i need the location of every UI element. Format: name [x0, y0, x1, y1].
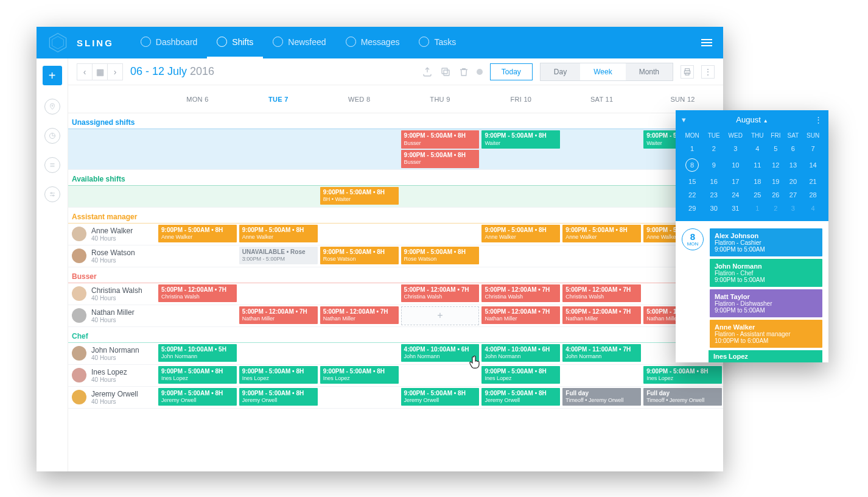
more-options-icon[interactable]: ⋮ [701, 65, 715, 79]
shift-card[interactable]: 9:00PM - 5:00AM • 8HRose Watson [320, 247, 399, 265]
day-cell[interactable] [319, 224, 400, 245]
day-cell[interactable]: 9:00PM - 5:00AM • 8HRose Watson [319, 245, 400, 267]
shift-card[interactable]: 9:00PM - 5:00AM • 8HBusser [401, 130, 480, 149]
shift-card[interactable]: 5:00PM - 12:00AM • 7HChristina Walsh [562, 284, 641, 303]
day-cell[interactable] [400, 365, 481, 386]
calendar-day[interactable]: 3 [724, 142, 747, 155]
calendar-day[interactable]: 13 [784, 155, 803, 175]
filter-settings-icon[interactable] [44, 186, 60, 202]
calendar-day[interactable]: 2 [704, 142, 724, 155]
day-header-cell[interactable]: SUN 12 [642, 85, 723, 113]
copy-icon[interactable] [440, 66, 451, 77]
day-cell[interactable]: 9:00PM - 5:00AM • 8HJeremy Orwell [157, 387, 238, 408]
shift-card[interactable]: 9:00PM - 5:00AM • 8HInes Lopez [239, 366, 318, 384]
shift-card[interactable]: 9:00PM - 5:00AM • 8HJeremy Orwell [401, 388, 480, 406]
nav-dashboard[interactable]: Dashboard [131, 27, 208, 58]
calendar-day[interactable]: 12 [768, 155, 783, 175]
shift-card[interactable]: Full dayTimeoff • Jeremy Orwell [643, 388, 722, 406]
shift-card[interactable]: 4:00PM - 11:00AM • 7HJohn Normann [562, 344, 641, 362]
pie-icon[interactable] [44, 128, 60, 144]
view-month[interactable]: Month [626, 63, 673, 80]
shift-card[interactable]: 9:00PM - 5:00AM • 8HWaiter [481, 130, 560, 149]
day-cell[interactable]: 9:00PM - 5:00AM • 8HInes Lopez [238, 365, 319, 386]
day-cell[interactable] [319, 343, 400, 364]
day-cell[interactable]: 9:00PM - 5:00AM • 8HBusser9:00PM - 5:00A… [400, 129, 481, 169]
shift-card[interactable]: 5:00PM - 12:00AM • 7HNathan Miller [320, 306, 399, 325]
day-cell[interactable]: 5:00PM - 12:00AM • 7HChristina Walsh [480, 283, 561, 305]
day-cell[interactable]: 4:00PM - 10:00AM • 6HJohn Normann [400, 343, 481, 364]
calendar-day[interactable]: 19 [768, 175, 783, 188]
calendar-day[interactable]: 23 [704, 188, 724, 202]
shift-card[interactable]: Full dayTimeoff • Jeremy Orwell [562, 388, 641, 406]
day-cell[interactable]: 9:00PM - 5:00AM • 8HInes Lopez [157, 365, 238, 386]
calendar-day[interactable]: 8 [681, 155, 704, 175]
calendar-day[interactable]: 29 [681, 202, 704, 215]
calendar-day[interactable]: 3 [784, 202, 803, 215]
day-cell[interactable] [157, 245, 238, 267]
nav-tasks[interactable]: Tasks [409, 27, 466, 58]
day-cell[interactable]: 5:00PM - 12:00AM • 7HNathan Miller [319, 305, 400, 326]
day-cell[interactable] [561, 365, 642, 386]
shift-card[interactable]: 9:00PM - 5:00AM • 8HAnne Walker [481, 225, 560, 243]
day-cell[interactable] [480, 186, 561, 207]
calendar-day[interactable]: 26 [768, 188, 783, 202]
shift-card[interactable]: 5:00PM - 12:00AM • 7HChristina Walsh [401, 284, 480, 303]
day-cell[interactable] [238, 186, 319, 207]
calendar-event[interactable]: Anne WalkerFlatiron - Assistant manager1… [710, 320, 822, 348]
shift-card[interactable]: 9:00PM - 5:00AM • 8HInes Lopez [158, 366, 237, 384]
day-cell[interactable]: 9:00PM - 5:00AM • 8HInes Lopez [319, 365, 400, 386]
calendar-day[interactable]: 1 [681, 142, 704, 155]
list-icon[interactable] [44, 157, 60, 173]
calendar-day[interactable]: 10 [724, 155, 747, 175]
day-cell[interactable] [561, 186, 642, 207]
calendar-day[interactable]: 21 [802, 175, 824, 188]
calendar-event[interactable]: John NormannFlatiron - Chef9:00PM to 5:0… [710, 259, 822, 287]
day-cell[interactable] [319, 129, 400, 169]
shift-card[interactable]: 5:00PM - 12:00AM • 7HChristina Walsh [158, 284, 237, 303]
calendar-day[interactable]: 18 [747, 175, 768, 188]
shift-card[interactable]: 9:00PM - 5:00AM • 8HJeremy Orwell [481, 388, 560, 406]
calendar-day[interactable]: 4 [747, 142, 768, 155]
shift-card[interactable]: 5:00PM - 12:00AM • 7HNathan Miller [481, 306, 560, 325]
trash-icon[interactable] [458, 66, 469, 77]
nav-newsfeed[interactable]: Newsfeed [263, 27, 335, 58]
shift-card[interactable]: 9:00PM - 5:00AM • 8HJeremy Orwell [239, 388, 318, 406]
day-cell[interactable]: 9:00PM - 5:00AM • 8HInes Lopez [480, 365, 561, 386]
calendar-day[interactable]: 1 [747, 202, 768, 215]
view-day[interactable]: Day [541, 63, 580, 80]
day-cell[interactable]: 9:00PM - 5:00AM • 8H8H • Waiter [319, 186, 400, 207]
shift-card[interactable]: 9:00PM - 5:00AM • 8HAnne Walker [562, 225, 641, 243]
day-cell[interactable]: 5:00PM - 12:00AM • 7HChristina Walsh [400, 283, 481, 305]
calendar-day[interactable]: 11 [747, 155, 768, 175]
day-cell[interactable] [561, 129, 642, 169]
calendar-event[interactable]: Alex JohnsonFlatiron - Cashier9:00PM to … [710, 228, 822, 256]
shift-card[interactable]: 9:00PM - 5:00AM • 8HAnne Walker [158, 225, 237, 243]
day-cell[interactable] [400, 186, 481, 207]
day-cell[interactable]: 9:00PM - 5:00AM • 8HWaiter [480, 129, 561, 169]
day-cell[interactable]: 4:00PM - 11:00AM • 7HJohn Normann [561, 343, 642, 364]
day-header-cell[interactable]: THU 9 [400, 85, 481, 113]
calendar-day[interactable]: 30 [704, 202, 724, 215]
day-cell[interactable]: 9:00PM - 5:00AM • 8HAnne Walker [238, 224, 319, 245]
day-cell[interactable] [238, 283, 319, 305]
shift-card[interactable]: 9:00PM - 5:00AM • 8HBusser [401, 150, 480, 168]
shift-card[interactable]: 9:00PM - 5:00AM • 8HAnne Walker [239, 225, 318, 243]
day-cell[interactable]: 9:00PM - 5:00AM • 8HAnne Walker [480, 224, 561, 245]
shift-card[interactable]: 5:00PM - 12:00AM • 7HChristina Walsh [481, 284, 560, 303]
shift-card[interactable]: 9:00PM - 5:00AM • 8HJeremy Orwell [158, 388, 237, 406]
day-cell[interactable]: Full dayTimeoff • Jeremy Orwell [561, 387, 642, 408]
day-header-cell[interactable]: SAT 11 [561, 85, 642, 113]
day-cell[interactable] [400, 224, 481, 245]
add-shift-cell[interactable]: + [401, 306, 480, 325]
calendar-day[interactable]: 31 [724, 202, 747, 215]
calendar-day[interactable]: 6 [784, 142, 803, 155]
calendar-day[interactable]: 5 [768, 142, 783, 155]
day-cell[interactable]: 9:00PM - 5:00AM • 8HJeremy Orwell [400, 387, 481, 408]
nav-messages[interactable]: Messages [336, 27, 410, 58]
day-cell[interactable] [561, 245, 642, 267]
calendar-day[interactable]: 7 [802, 142, 824, 155]
calendar-day[interactable]: 22 [681, 188, 704, 202]
shift-card[interactable]: 5:00PM - 12:00AM • 7HNathan Miller [562, 306, 641, 325]
day-cell[interactable] [319, 283, 400, 305]
calendar-day[interactable]: 15 [681, 175, 704, 188]
